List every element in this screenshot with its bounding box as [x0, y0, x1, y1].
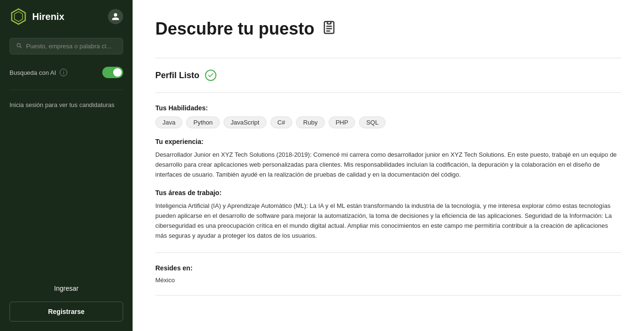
skill-tag: PHP [329, 116, 356, 128]
ingresar-button[interactable]: Ingresar [9, 281, 123, 296]
skill-tag: Python [186, 116, 219, 128]
perfil-row: Perfil Listo [155, 70, 621, 81]
resides-divider-bottom [155, 295, 621, 295]
areas-label: Tus áreas de trabajo: [155, 189, 621, 197]
sidebar-footer: Ingresar Registrarse [0, 271, 133, 331]
search-area [0, 33, 133, 59]
resides-value: México [155, 277, 621, 284]
check-icon [205, 70, 216, 81]
experiencia-label: Tu experiencia: [155, 138, 621, 145]
sidebar: Hirenix Busqueda con AI i Inicia sesión … [0, 0, 133, 331]
skill-tag: Java [155, 116, 182, 128]
habilidades-label: Tus Habilidades: [155, 104, 621, 112]
top-divider [155, 58, 621, 58]
logo-area: Hirenix [9, 8, 64, 26]
skill-tag: SQL [359, 116, 385, 128]
page-title: Descubre tu puesto [155, 19, 314, 39]
sidebar-header: Hirenix [0, 0, 133, 33]
svg-marker-1 [14, 12, 22, 22]
brand-name: Hirenix [32, 11, 64, 22]
clipboard-icon [322, 20, 336, 38]
logo-icon [9, 8, 27, 26]
ai-toggle-switch[interactable] [102, 67, 123, 78]
candidaturas-link[interactable]: Inicia sesión para ver tus candidaturas [0, 94, 133, 116]
skill-tag: Ruby [296, 116, 324, 128]
perfil-divider [155, 92, 621, 93]
skill-tag: C# [270, 116, 293, 128]
svg-marker-0 [12, 9, 26, 24]
areas-text: Inteligencia Artificial (IA) y Aprendiza… [155, 201, 621, 241]
ai-toggle-label: Busqueda con AI [9, 69, 56, 76]
user-avatar[interactable] [108, 9, 123, 24]
sidebar-divider [9, 89, 123, 90]
main-content: Descubre tu puesto Perfil Listo Tus Habi… [133, 0, 644, 331]
search-field-wrap[interactable] [9, 38, 123, 54]
resides-divider-top [155, 252, 621, 253]
resides-label: Resides en: [155, 264, 621, 272]
search-icon [16, 42, 22, 50]
page-title-row: Descubre tu puesto [155, 19, 621, 39]
search-input[interactable] [26, 43, 117, 50]
registrarse-button[interactable]: Registrarse [9, 302, 123, 322]
skill-tag: JavaScript [224, 116, 267, 128]
info-icon[interactable]: i [60, 69, 67, 76]
perfil-label: Perfil Listo [155, 71, 199, 81]
skills-row: JavaPythonJavaScriptC#RubyPHPSQL [155, 116, 621, 128]
experiencia-text: Desarrollador Junior en XYZ Tech Solutio… [155, 150, 621, 179]
svg-rect-2 [327, 21, 331, 24]
ai-toggle-row: Busqueda con AI i [0, 59, 133, 86]
